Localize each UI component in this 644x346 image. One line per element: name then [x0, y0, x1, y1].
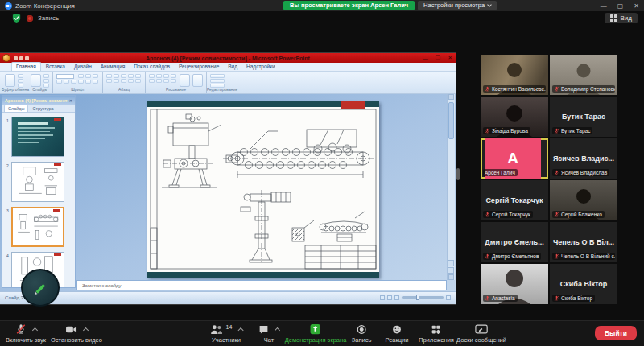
engineering-drawing [147, 107, 379, 272]
grid-view-icon [610, 14, 617, 22]
maximize-button[interactable]: ▢ [617, 2, 624, 10]
ribbon-group-clipboard: Буфер обмена [2, 72, 27, 93]
participant-name: Скиба Віктор [561, 295, 592, 301]
unmute-button[interactable]: Включить звук [6, 323, 46, 344]
ppt-zoom-slider [402, 296, 444, 299]
muted-mic-icon [485, 128, 490, 134]
participant-tile[interactable]: Чепель О В Віл... Чепель О В Вільний с..… [550, 222, 617, 262]
participant-name: Ясичев Владислав [561, 170, 607, 175]
chat-button[interactable]: Чат [258, 323, 279, 344]
participant-name: Сергій Токарчук [492, 212, 530, 217]
whiteboards-button[interactable]: Доски сообщений [456, 323, 506, 344]
shared-screen-powerpoint: Архонов (4) [Режим совместимости] - Micr… [0, 53, 456, 304]
apps-icon [431, 324, 441, 335]
muted-mic-icon [485, 295, 490, 301]
slide-thumbnails: 1 2 3 [2, 113, 75, 287]
window-titlebar: Zoom Конференция Вы просматриваете экран… [0, 0, 644, 11]
ppt-tab-addins: Надстройки [242, 63, 279, 71]
ppt-tab-insert: Вставка [42, 63, 69, 71]
participant-name: Зінаіда Бурова [492, 128, 528, 134]
reactions-icon [391, 324, 402, 335]
muted-mic-icon [554, 295, 559, 301]
participant-gallery: Костянтин Васильєвс.. Володимир Степанов… [481, 55, 617, 304]
muted-mic-icon [554, 128, 559, 134]
participant-tile-active-speaker[interactable]: А Арсен Галич [481, 138, 548, 179]
leave-meeting-button[interactable]: Выйти [595, 326, 637, 340]
ppt-minimize: — [423, 56, 428, 61]
ppt-tab-review: Рецензирование [175, 63, 223, 71]
slide-thumbnail-2 [11, 162, 64, 202]
participant-tile[interactable]: Скиба Віктор Скиба Віктор [550, 264, 617, 304]
ppt-status-bar: Слайд 3 из 4 [0, 291, 456, 303]
ribbon-group-slides: Слайды [27, 72, 53, 93]
current-slide [147, 101, 379, 278]
participant-tile[interactable]: Володимир Степанович [550, 55, 617, 95]
chevron-up-icon[interactable] [237, 327, 243, 333]
participants-button[interactable]: 14 Участники [210, 323, 243, 344]
ppt-tab-slideshow: Показ слайдов [130, 63, 174, 71]
pane-close-icon: ✕ [69, 98, 72, 103]
slide-scrollbar [447, 94, 455, 280]
zoom-logo-icon [5, 2, 12, 10]
participant-tile[interactable]: Бутик Тарас Бутик Тарас [550, 97, 617, 137]
participant-tile[interactable]: Сергій Блаженко [550, 180, 617, 220]
participant-tile[interactable]: Сергій Токарчук Сергій Токарчук [481, 180, 548, 220]
muted-mic-icon [485, 86, 490, 92]
muted-mic-icon [554, 170, 559, 175]
muted-mic-icon [554, 253, 559, 259]
stop-video-button[interactable]: Остановить видео [51, 323, 102, 344]
participant-tile[interactable]: Зінаіда Бурова [481, 97, 548, 137]
recording-label: Запись [38, 14, 59, 22]
pane-tab-outline: Структура [29, 105, 56, 112]
mic-muted-icon [15, 323, 27, 335]
muted-mic-icon [485, 253, 490, 259]
meeting-toolbar: Включить звук Остановить видео 14 Участн… [0, 320, 644, 346]
app-title: Zoom Конференция [5, 2, 75, 10]
share-screen-button[interactable]: Демонстрация экрана [285, 323, 347, 344]
minimize-button[interactable]: — [601, 2, 607, 10]
participant-name: Anastasia [492, 295, 515, 301]
participant-name: Сергій Блаженко [561, 212, 602, 217]
ppt-ribbon: Буфер обмена Слайды Шрифт Абзац [0, 72, 456, 94]
participant-name: Костянтин Васильєвс.. [492, 86, 546, 92]
annotate-pencil-button[interactable] [21, 269, 60, 307]
muted-mic-icon [485, 212, 490, 217]
ppt-tab-home: Главная [11, 62, 41, 71]
ppt-restore: ❐ [436, 55, 440, 61]
slide-nav-buttons [448, 260, 454, 274]
participant-tile[interactable]: Костянтин Васильєвс.. [481, 55, 548, 95]
ppt-notes-pane: Заметки к слайду [76, 280, 447, 290]
ppt-window-title: Архонов (4) [Режим совместимости] - Micr… [0, 56, 456, 61]
view-layout-button[interactable]: Вид [605, 13, 638, 23]
muted-mic-icon [554, 86, 559, 92]
viewing-screen-banner: Вы просматриваете экран Арсен Галич [283, 1, 415, 10]
chevron-up-icon[interactable] [275, 327, 280, 333]
pencil-icon [30, 278, 51, 299]
participant-tile[interactable]: Anastasia [481, 264, 548, 304]
participant-name: Арсен Галич [485, 170, 515, 175]
pane-tab-slides: Слайды [4, 105, 28, 112]
participant-name: Бутик Тарас [561, 128, 590, 134]
slide-thumbnail-3 [11, 207, 64, 247]
security-shield-icon[interactable] [11, 13, 22, 23]
record-button[interactable]: Запись [352, 323, 372, 344]
apps-button[interactable]: Приложения [419, 323, 454, 344]
participant-tile[interactable]: Ясичев Владис... Ясичев Владислав [550, 138, 617, 179]
participant-name: Чепель О В Вільний с... [561, 253, 615, 259]
participant-name: Дмитро Ємельянов [492, 253, 539, 259]
reactions-button[interactable]: Реакции [386, 323, 409, 344]
view-settings-button[interactable]: Настройки просмотра [418, 1, 497, 10]
chevron-up-icon[interactable] [83, 327, 89, 333]
ribbon-group-font: Шрифт [53, 72, 103, 93]
chevron-up-icon[interactable] [31, 327, 37, 333]
participant-name: Володимир Степанович [561, 86, 615, 92]
recording-indicator-icon[interactable] [27, 15, 33, 22]
ppt-doc-window-title: Архонов (4) [Режим совместимости] [5, 98, 68, 103]
close-button[interactable]: ✕ [634, 2, 639, 10]
participant-tile[interactable]: Дмитро Ємель... Дмитро Ємельянов [481, 222, 548, 262]
ribbon-group-editing: Редактирование [207, 72, 228, 93]
ppt-document-area: Архонов (4) [Режим совместимости] ✕ Слай… [0, 94, 456, 291]
ribbon-group-paragraph: Абзац [103, 72, 146, 93]
window-title: Zoom Конференция [15, 2, 75, 10]
panel-resize-handle[interactable] [456, 168, 460, 180]
